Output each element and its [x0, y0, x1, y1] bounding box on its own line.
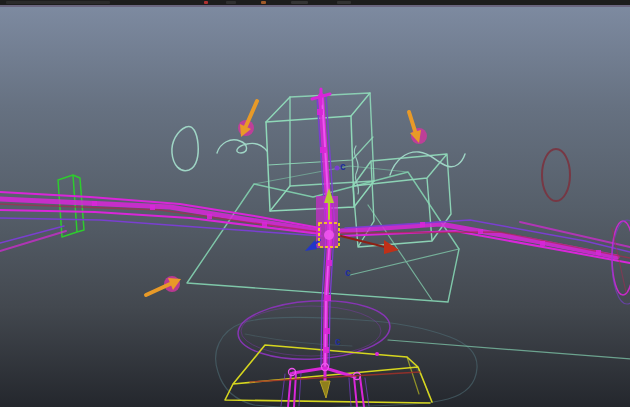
long-wire-edge[interactable]: [388, 340, 630, 359]
annotation-arrow-2: [409, 112, 421, 143]
base-box-control-yellow[interactable]: [225, 345, 432, 403]
ground-freeform-curve[interactable]: [216, 317, 477, 407]
scene-wireframes: [0, 0, 630, 407]
annotation-arrows: [146, 101, 427, 295]
manipulator-pivot-blob: [324, 230, 334, 240]
oval-control-maroon[interactable]: [542, 149, 570, 201]
maya-viewport-window: c c c: [0, 0, 630, 407]
cluster-handle-label[interactable]: c: [345, 268, 351, 278]
cluster-handle-label[interactable]: c: [335, 337, 341, 347]
joint-chain-left[interactable]: [0, 192, 322, 251]
olive-cone-joint: [320, 381, 330, 398]
cluster-handle-label[interactable]: c: [340, 162, 346, 172]
